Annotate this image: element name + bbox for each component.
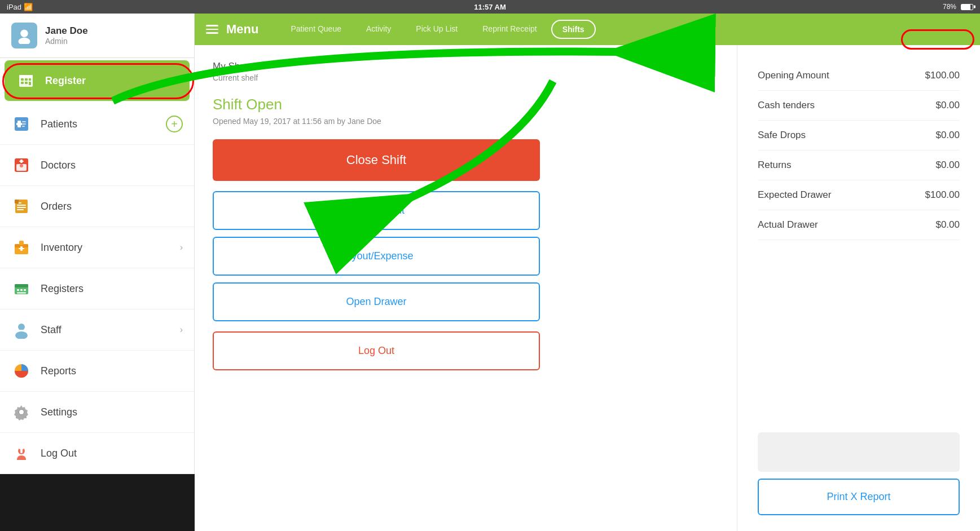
add-patient-button[interactable]: + — [166, 116, 183, 132]
sidebar-item-register[interactable]: Register — [5, 60, 190, 101]
svg-rect-25 — [17, 209, 24, 210]
top-nav: Menu Patient Queue Activity Pick Up List… — [195, 14, 980, 45]
summary-row-opening: Opening Amount $100.00 — [758, 61, 960, 91]
status-bar-left: iPad 📶 — [7, 3, 33, 11]
payout-expense-button[interactable]: Payout/Expense — [213, 237, 540, 276]
tab-activity[interactable]: Activity — [355, 20, 402, 39]
sidebar-item-label-orders: Orders — [41, 201, 72, 213]
inventory-icon — [11, 237, 32, 258]
user-name: Jane Doe — [45, 25, 88, 37]
sidebar-item-label-registers: Registers — [41, 283, 84, 295]
sidebar-item-inventory[interactable]: Inventory › — [0, 227, 194, 268]
summary-label-expected: Expected Drawer — [758, 189, 831, 201]
close-shift-button[interactable]: Close Shift — [213, 139, 540, 181]
log-out-button[interactable]: Log Out — [213, 331, 540, 370]
user-header: Jane Doe Admin — [0, 14, 194, 58]
svg-rect-6 — [21, 82, 24, 84]
sidebar-item-label-doctors: Doctors — [41, 160, 76, 171]
svg-point-38 — [18, 324, 25, 330]
shift-status-title: Shift Open — [213, 96, 719, 113]
sidebar-item-reports[interactable]: Reports — [0, 351, 194, 392]
tab-pick-up-list[interactable]: Pick Up List — [405, 20, 468, 39]
svg-rect-33 — [15, 284, 28, 287]
drop-payout-button[interactable]: Drop/Payout — [213, 191, 540, 230]
battery-icon — [961, 4, 973, 10]
sidebar: Jane Doe Admin — [0, 14, 195, 474]
summary-value-actual: $0.00 — [935, 219, 960, 231]
svg-rect-12 — [16, 123, 22, 125]
svg-rect-14 — [22, 123, 26, 125]
open-drawer-button[interactable]: Open Drawer — [213, 282, 540, 321]
svg-rect-46 — [19, 448, 24, 449]
sidebar-item-patients[interactable]: Patients + — [0, 104, 194, 145]
svg-rect-9 — [19, 75, 33, 78]
svg-rect-18 — [20, 160, 23, 163]
svg-rect-31 — [19, 248, 24, 249]
main-content: My Shop Current shelf Shift Open Opened … — [195, 45, 980, 531]
svg-rect-45 — [20, 449, 23, 453]
tab-reprint-receipt[interactable]: Reprint Receipt — [472, 20, 548, 39]
svg-rect-13 — [22, 121, 26, 122]
summary-label-actual: Actual Drawer — [758, 219, 818, 231]
register-icon — [16, 70, 36, 91]
summary-value-safe: $0.00 — [935, 130, 960, 141]
staff-icon — [11, 320, 32, 340]
svg-rect-36 — [24, 289, 26, 291]
svg-rect-7 — [25, 82, 28, 84]
sidebar-item-label-reports: Reports — [41, 365, 76, 377]
logout-icon — [11, 443, 32, 463]
sidebar-item-label-register: Register — [45, 75, 86, 87]
svg-point-1 — [19, 38, 30, 44]
user-role: Admin — [45, 37, 88, 46]
status-bar: iPad 📶 11:57 AM 78% — [0, 0, 980, 14]
summary-value-returns: $0.00 — [935, 160, 960, 171]
right-panel: Opening Amount $100.00 Cash tenders $0.0… — [737, 45, 980, 531]
summary-row-actual: Actual Drawer $0.00 — [758, 210, 960, 240]
summary-row-safe: Safe Drops $0.00 — [758, 121, 960, 151]
sidebar-item-registers[interactable]: Registers — [0, 268, 194, 309]
svg-point-43 — [19, 410, 24, 414]
nav-tabs: Patient Queue Activity Pick Up List Repr… — [280, 20, 969, 39]
staff-arrow-icon: › — [180, 325, 183, 335]
svg-rect-24 — [17, 207, 26, 208]
sidebar-item-label-logout: Log Out — [41, 448, 77, 459]
summary-label-returns: Returns — [758, 160, 792, 171]
sidebar-item-label-inventory: Inventory — [41, 242, 82, 254]
shop-name: My Shop — [213, 61, 719, 72]
summary-value-cash: $0.00 — [935, 100, 960, 111]
svg-point-0 — [20, 30, 28, 38]
svg-rect-5 — [29, 78, 31, 81]
shop-shelf: Current shelf — [213, 73, 719, 82]
orders-icon — [11, 196, 32, 216]
sidebar-item-label-settings: Settings — [41, 406, 77, 418]
summary-row-returns: Returns $0.00 — [758, 151, 960, 180]
print-x-report-button[interactable]: Print X Report — [758, 479, 960, 515]
sidebar-item-orders[interactable]: Orders — [0, 186, 194, 227]
summary-value-opening: $100.00 — [925, 70, 960, 81]
reports-icon — [11, 361, 32, 381]
tab-shifts[interactable]: Shifts — [551, 20, 596, 39]
summary-row-cash: Cash tenders $0.00 — [758, 91, 960, 121]
summary-label-safe: Safe Drops — [758, 130, 806, 141]
sidebar-item-staff[interactable]: Staff › — [0, 309, 194, 351]
tab-patient-queue[interactable]: Patient Queue — [280, 20, 352, 39]
battery-percent: 78% — [943, 3, 956, 11]
status-bar-right: 78% — [943, 3, 973, 11]
sidebar-item-doctors[interactable]: Doctors — [0, 145, 194, 186]
device-label: iPad — [7, 3, 21, 11]
sidebar-item-settings[interactable]: Settings — [0, 392, 194, 433]
svg-rect-40 — [18, 330, 25, 331]
svg-rect-15 — [22, 126, 25, 127]
avatar — [11, 23, 37, 48]
shift-opened-date: Opened May 19, 2017 at 11:56 am by Jane … — [213, 117, 719, 126]
sidebar-item-logout[interactable]: Log Out — [0, 433, 194, 474]
svg-rect-34 — [17, 289, 19, 291]
svg-rect-26 — [15, 200, 19, 203]
menu-button[interactable] — [206, 25, 218, 34]
svg-point-39 — [15, 331, 28, 339]
left-panel: My Shop Current shelf Shift Open Opened … — [195, 45, 737, 531]
registers-icon — [11, 278, 32, 299]
patients-icon — [11, 114, 32, 134]
nav-title: Menu — [226, 22, 258, 37]
svg-rect-35 — [20, 289, 23, 291]
